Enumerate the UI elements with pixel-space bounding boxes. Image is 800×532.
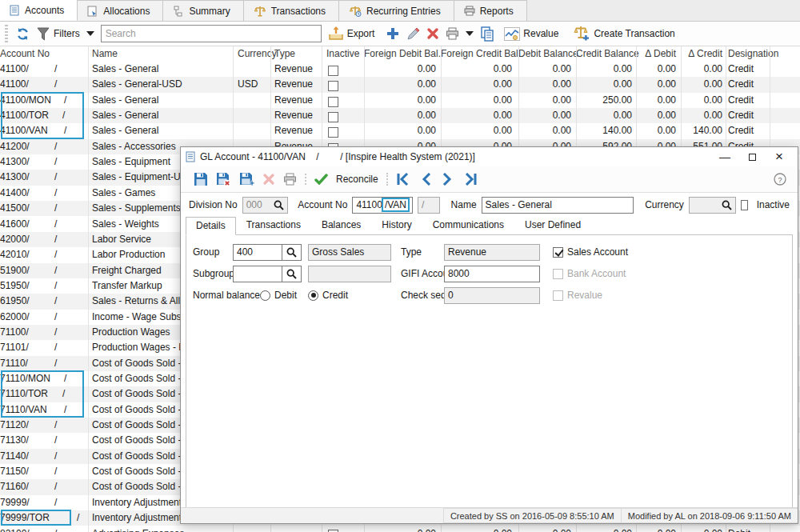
subaccount-slash: /: [54, 479, 57, 494]
add-record-button[interactable]: [386, 26, 400, 41]
save-new-button[interactable]: [239, 172, 254, 187]
maximize-button[interactable]: [738, 148, 766, 166]
balance-cell: 0.00: [576, 526, 632, 532]
account-no-cell: 71110/VAN/: [0, 402, 80, 418]
create-transaction-button[interactable]: Create Transaction: [573, 26, 674, 42]
nav-last-button[interactable]: [463, 173, 478, 186]
reconcile-check-icon: [314, 174, 328, 185]
inactive-checkbox[interactable]: [328, 81, 338, 91]
account-no-cell: 41300//: [0, 154, 80, 170]
search-input[interactable]: [101, 25, 322, 42]
table-row[interactable]: 41100/MON/Sales - GeneralRevenue0.000.00…: [0, 93, 800, 108]
filters-button[interactable]: Filters: [36, 27, 80, 41]
subgroup-lookup-icon[interactable]: [282, 266, 302, 282]
inactive-cell: [326, 93, 362, 108]
col-type[interactable]: Type: [274, 46, 320, 62]
currency-lookup-icon[interactable]: [722, 200, 732, 210]
reconcile-button[interactable]: Reconcile: [336, 174, 378, 185]
group-lookup-icon[interactable]: [282, 244, 302, 261]
close-button[interactable]: ×: [766, 148, 793, 166]
subaccount-slash: /: [77, 510, 79, 526]
subaccount-slash: /: [64, 371, 66, 386]
subaccount-slash: /: [54, 340, 57, 355]
group-input[interactable]: 400: [233, 244, 282, 261]
inactive-checkbox[interactable]: [328, 66, 338, 76]
minimize-button[interactable]: —: [711, 148, 738, 166]
gifi-input[interactable]: 8000: [444, 266, 540, 282]
subaccount-slash: /: [54, 247, 57, 262]
tab-recurring-entries[interactable]: Recurring Entries: [338, 0, 454, 21]
table-row[interactable]: 41100//Sales - GeneralRevenue0.000.000.0…: [0, 62, 800, 77]
tab-accounts[interactable]: Accounts: [0, 0, 78, 21]
table-row[interactable]: 41100/TOR/Sales - GeneralRevenue0.000.00…: [0, 108, 800, 123]
col-foreign-debit-bal[interactable]: Foreign Debit Bal.: [364, 46, 436, 62]
tab-reports[interactable]: Reports: [454, 0, 527, 21]
debit-radio[interactable]: [260, 290, 270, 301]
inactive-checkbox[interactable]: [328, 112, 338, 122]
table-row[interactable]: 41100//Sales - General-USDUSDRevenue0.00…: [0, 77, 800, 92]
dialog-title-bar[interactable]: GL Account - 41100/VAN / / [Inspire Heal…: [181, 147, 798, 166]
nav-prev-button[interactable]: [422, 173, 431, 186]
inactive-cell: [326, 77, 362, 92]
save-close-button[interactable]: [216, 172, 231, 187]
delete-record-button[interactable]: [426, 27, 439, 40]
tab-balances[interactable]: Balances: [311, 216, 371, 234]
export-button[interactable]: Export: [328, 26, 375, 41]
subgroup-input[interactable]: [233, 266, 282, 282]
inactive-checkbox[interactable]: [328, 127, 338, 138]
tab-details[interactable]: Details: [186, 217, 236, 235]
tab-summary[interactable]: Summary: [162, 0, 243, 21]
tab-allocations[interactable]: Allocations: [77, 0, 163, 21]
col-designation[interactable]: Designation: [728, 46, 798, 62]
bank-account-checkbox: [553, 269, 563, 279]
col-name[interactable]: Name: [92, 46, 231, 62]
balance-cell: 0.00: [518, 526, 571, 532]
col-inactive[interactable]: Inactive: [326, 46, 362, 62]
type-cell: Revenue: [274, 123, 320, 138]
refresh-button[interactable]: [16, 27, 30, 41]
nav-next-button[interactable]: [442, 173, 452, 186]
nav-first-button[interactable]: [396, 173, 410, 186]
col-foreign-credit-bal[interactable]: Foreign Credit Bal.: [441, 46, 512, 62]
col-currency[interactable]: Currency: [238, 46, 268, 62]
help-button[interactable]: ?: [774, 173, 786, 186]
tab-communications[interactable]: Communications: [422, 216, 514, 234]
filters-dropdown-arrow[interactable]: [86, 31, 94, 36]
tab-history[interactable]: History: [371, 216, 422, 234]
tab-user-defined[interactable]: User Defined: [514, 216, 591, 234]
subaccount-slash: /: [54, 449, 57, 464]
table-row[interactable]: 82100//Advertising Expenses0.000.000.000…: [0, 526, 800, 532]
print-button[interactable]: [446, 27, 459, 40]
edit-record-button[interactable]: [406, 27, 420, 41]
inactive-checkbox[interactable]: [328, 97, 338, 107]
col-delta-debit[interactable]: Δ Debit: [636, 46, 676, 62]
balance-cell: 0.00: [364, 77, 436, 92]
credit-radio[interactable]: [308, 290, 318, 301]
subaccount-slash: /: [62, 108, 65, 123]
subaccount-slash: /: [54, 294, 57, 309]
col-delta-credit[interactable]: Δ Credit: [681, 46, 722, 62]
copy-button[interactable]: [480, 26, 494, 42]
division-lookup-icon[interactable]: [274, 200, 284, 210]
balance-cell: 140.00: [681, 123, 722, 138]
sales-account-checkbox[interactable]: [553, 247, 563, 258]
balance-cell: 250.00: [576, 93, 632, 108]
created-by-text: Created by SS on 2016-05-09 8:55:10 AM: [443, 508, 621, 523]
name-input[interactable]: Sales - General: [482, 197, 634, 214]
col-credit-balance[interactable]: Credit Balance: [576, 46, 632, 62]
print-dropdown-arrow[interactable]: [466, 31, 474, 36]
balance-cell: 0.00: [576, 77, 632, 92]
revalue-button[interactable]: Revalue: [504, 27, 558, 41]
print-button[interactable]: [283, 173, 297, 186]
export-icon: [328, 26, 344, 41]
table-row[interactable]: 41100/VAN/Sales - GeneralRevenue0.000.00…: [0, 123, 800, 138]
balance-cell: 0.00: [518, 123, 571, 138]
save-button[interactable]: [194, 172, 208, 186]
tab-transactions[interactable]: Transactions: [236, 216, 311, 234]
account-no-input[interactable]: 41100/VAN: [352, 197, 413, 214]
col-account-no[interactable]: Account No: [0, 46, 80, 62]
inactive-checkbox[interactable]: [741, 200, 748, 210]
col-debit-balance[interactable]: Debit Balance: [518, 46, 571, 62]
tab-transactions[interactable]: Transactions: [243, 0, 339, 21]
modified-by-text: Modified by AL on 2018-09-06 9:11:50 AM: [621, 508, 798, 523]
